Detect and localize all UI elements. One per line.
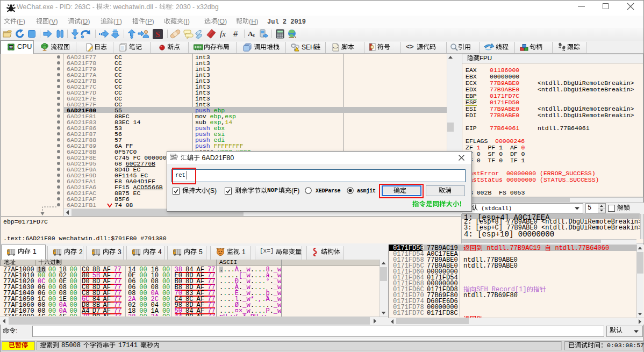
svg-text:S: S: [156, 31, 160, 39]
svg-text:#: #: [233, 29, 238, 38]
svg-text:<>: <>: [333, 45, 338, 50]
svg-text:fx: fx: [220, 30, 226, 38]
svg-text:32: 32: [9, 46, 13, 49]
svg-text:z: z: [253, 32, 255, 38]
